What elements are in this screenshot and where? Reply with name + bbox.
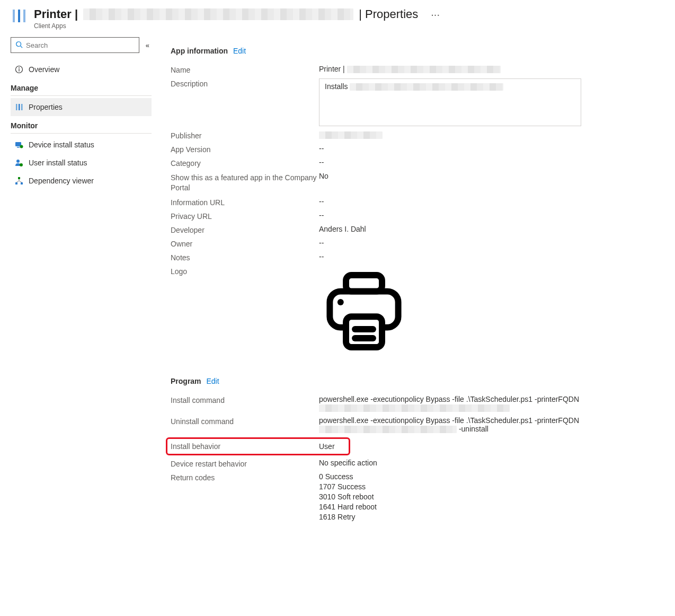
row-install-behavior-highlighted: Install behavior User [166, 437, 350, 455]
label-return-codes: Return codes [171, 472, 319, 482]
sidebar-group-manage: Manage [11, 78, 152, 96]
label-notes: Notes [171, 252, 319, 262]
svg-rect-9 [19, 104, 20, 110]
svg-rect-16 [18, 177, 20, 179]
value-notes: -- [319, 252, 662, 261]
section-program-heading: Program Edit [171, 377, 662, 385]
value-uninstall-command: powershell.exe -executionpolicy Bypass -… [319, 416, 662, 433]
svg-rect-12 [17, 147, 20, 148]
svg-rect-0 [13, 10, 15, 22]
page-subtitle: Client Apps [34, 22, 670, 30]
value-owner: -- [319, 239, 662, 247]
value-install-command: powershell.exe -executionpolicy Bypass -… [319, 395, 662, 412]
svg-point-6 [19, 67, 20, 68]
sidebar-item-label: Properties [29, 103, 63, 111]
info-icon [15, 65, 23, 74]
value-developer: Anders I. Dahl [319, 225, 662, 233]
label-developer: Developer [171, 225, 319, 234]
value-return-codes: 0 Success 1707 Success 3010 Soft reboot … [319, 472, 662, 523]
label-info-url: Information URL [171, 197, 319, 207]
label-publisher: Publisher [171, 130, 319, 140]
svg-rect-17 [15, 182, 17, 184]
collapse-sidebar-button[interactable]: « [144, 39, 152, 51]
user-status-icon [15, 159, 23, 167]
svg-point-25 [338, 299, 344, 305]
svg-line-21 [19, 181, 22, 182]
value-featured: No [319, 172, 662, 180]
label-restart-behavior: Device restart behavior [171, 459, 319, 468]
printer-icon [319, 349, 409, 358]
value-app-version: -- [319, 144, 662, 153]
edit-app-info-link[interactable]: Edit [233, 47, 246, 55]
sidebar: « Overview Manage Properties Monitor [4, 33, 158, 616]
label-install-command: Install command [171, 395, 319, 404]
sidebar-group-monitor: Monitor [11, 116, 152, 134]
page-title-suffix: | Properties [359, 7, 418, 21]
sidebar-search[interactable] [11, 37, 139, 53]
app-properties-icon [11, 7, 28, 26]
label-install-behavior: Install behavior [171, 442, 319, 451]
label-uninstall-command: Uninstall command [171, 416, 319, 426]
sidebar-item-label: Device install status [29, 140, 94, 149]
sidebar-item-label: User install status [29, 159, 87, 167]
edit-program-link[interactable]: Edit [206, 377, 219, 385]
label-owner: Owner [171, 239, 319, 248]
svg-rect-18 [21, 182, 23, 184]
value-name: Printer | [319, 65, 662, 73]
svg-rect-8 [16, 104, 17, 110]
label-featured: Show this as a featured app in the Compa… [171, 172, 319, 193]
label-app-version: App Version [171, 144, 319, 154]
svg-rect-1 [18, 10, 20, 22]
value-restart-behavior: No specific action [319, 459, 662, 467]
page-header: Printer | | Properties ··· Client Apps [4, 0, 675, 33]
sidebar-item-user-install-status[interactable]: User install status [11, 154, 152, 172]
svg-point-3 [16, 41, 21, 46]
value-category: -- [319, 158, 662, 166]
content-area: App information Edit Name Printer | Desc… [158, 33, 675, 616]
value-install-behavior: User [319, 442, 345, 451]
svg-point-13 [20, 145, 23, 148]
properties-icon [15, 103, 23, 111]
value-info-url: -- [319, 197, 662, 206]
svg-rect-7 [19, 69, 19, 72]
page-title-prefix: Printer | [34, 7, 78, 21]
label-category: Category [171, 158, 319, 168]
sidebar-item-device-install-status[interactable]: Device install status [11, 136, 152, 154]
sidebar-item-dependency-viewer[interactable]: Dependency viewer [11, 172, 152, 190]
svg-line-4 [21, 46, 23, 48]
svg-rect-2 [23, 10, 25, 22]
search-input[interactable] [26, 41, 135, 49]
more-actions-button[interactable]: ··· [431, 8, 440, 21]
sidebar-item-overview[interactable]: Overview [11, 60, 152, 78]
section-app-information-heading: App information Edit [171, 47, 662, 55]
svg-rect-10 [21, 104, 23, 110]
sidebar-item-properties[interactable]: Properties [11, 98, 152, 116]
sidebar-item-label: Overview [29, 65, 59, 74]
device-icon [15, 140, 23, 149]
search-icon [15, 41, 23, 50]
sidebar-item-label: Dependency viewer [29, 177, 94, 185]
svg-line-20 [16, 181, 19, 182]
label-name: Name [171, 65, 319, 74]
value-description: Installs [319, 78, 581, 126]
redacted-title [83, 8, 353, 20]
svg-point-15 [20, 163, 23, 166]
value-logo [319, 266, 662, 358]
label-privacy-url: Privacy URL [171, 211, 319, 221]
label-description: Description [171, 78, 319, 88]
section-heading-text: App information [171, 47, 228, 55]
value-publisher [319, 130, 662, 139]
dependency-icon [15, 177, 23, 185]
svg-point-14 [16, 160, 20, 163]
value-privacy-url: -- [319, 211, 662, 219]
section-heading-text: Program [171, 377, 201, 385]
label-logo: Logo [171, 266, 319, 276]
